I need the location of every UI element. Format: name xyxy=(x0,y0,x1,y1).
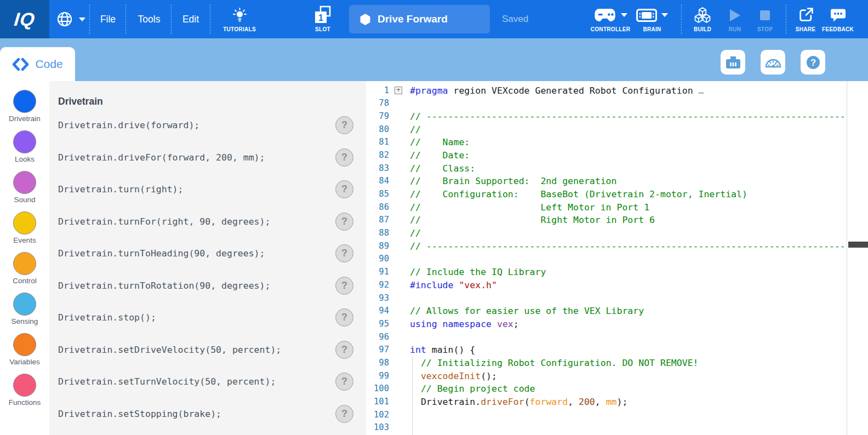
separator xyxy=(171,4,172,34)
editor-scrollbar[interactable] xyxy=(847,81,868,435)
feedback-label: FEEDBACK xyxy=(822,26,854,32)
separator xyxy=(786,4,786,34)
category-functions[interactable]: Functions xyxy=(0,374,49,414)
run-button[interactable]: RUN xyxy=(719,0,751,38)
slot-button[interactable]: 1 SLOT xyxy=(306,0,339,38)
command-help-button[interactable]: ? xyxy=(335,148,353,167)
category-sensing[interactable]: Sensing xyxy=(0,293,49,333)
brain-button[interactable]: BRAIN xyxy=(630,0,674,38)
tab-code[interactable]: Code xyxy=(0,47,75,81)
feedback-button[interactable]: FEEDBACK xyxy=(820,0,856,38)
hexagon-icon xyxy=(360,14,370,25)
command-help-button[interactable]: ? xyxy=(335,341,353,359)
command-row: Drivetrain.setTurnVelocity(50, percent);… xyxy=(58,373,353,391)
device-info-button[interactable] xyxy=(721,50,745,75)
command-help-button[interactable]: ? xyxy=(335,373,353,391)
scrollbar-thumb[interactable] xyxy=(848,242,868,248)
command-help-button[interactable]: ? xyxy=(335,180,353,198)
command-help-button[interactable]: ? xyxy=(335,405,353,423)
category-variables[interactable]: Variables xyxy=(0,333,49,374)
line-number: 91 xyxy=(366,266,389,279)
category-color-dot xyxy=(13,90,36,113)
command-snippet[interactable]: Drivetrain.turnFor(right, 90, degrees); xyxy=(58,216,270,227)
code-text: #pragma region VEXcode Generated Robot C… xyxy=(410,84,704,98)
share-label: SHARE xyxy=(796,26,816,32)
panel-title: Drivetrain xyxy=(58,96,103,107)
help-button[interactable]: ? xyxy=(801,50,825,75)
share-button[interactable]: SHARE xyxy=(789,0,822,38)
category-color-dot xyxy=(13,171,36,194)
chevron-down-icon xyxy=(79,18,85,21)
separator xyxy=(681,4,682,34)
category-looks[interactable]: Looks xyxy=(0,130,49,171)
code-text: // Configuration: BaseBot (Drivetrain 2-… xyxy=(410,188,747,201)
category-sound[interactable]: Sound xyxy=(0,171,49,211)
command-snippet[interactable]: Drivetrain.setDriveVelocity(50, percent)… xyxy=(58,345,281,355)
code-line: 87// Right Motor in Port 6 xyxy=(366,214,847,227)
lightbulb-icon xyxy=(232,8,247,23)
command-help-button[interactable]: ? xyxy=(335,308,353,327)
code-text: // Left Motor in Port 1 xyxy=(410,201,649,214)
code-editor[interactable]: 1+#pragma region VEXcode Generated Robot… xyxy=(366,81,847,435)
command-snippet[interactable]: Drivetrain.driveFor(forward, 200, mm); xyxy=(58,152,265,163)
line-number: 1 xyxy=(366,84,389,98)
category-label: Variables xyxy=(9,358,39,366)
controller-icon xyxy=(593,8,616,22)
code-text: Drivetrain.driveFor(forward, 200, mm); xyxy=(410,396,627,409)
code-line: 95using namespace vex; xyxy=(366,318,847,331)
build-button[interactable]: BUILD xyxy=(686,0,719,38)
code-line: 83// Class: xyxy=(366,162,847,175)
command-snippet[interactable]: Drivetrain.turn(right); xyxy=(58,184,183,194)
code-line: 93 xyxy=(366,292,847,305)
code-line: 91// Include the IQ Library xyxy=(366,266,847,279)
app-logo-text: IQ xyxy=(13,9,36,30)
code-text: // xyxy=(410,227,421,240)
menu-edit[interactable]: Edit xyxy=(169,0,213,38)
gauge-icon xyxy=(764,55,782,70)
code-line: 78 xyxy=(366,97,847,110)
svg-text:?: ? xyxy=(810,57,815,67)
code-line: 99 vexcodeInit(); xyxy=(366,370,847,383)
command-snippet[interactable]: Drivetrain.setTurnVelocity(50, percent); xyxy=(58,376,276,387)
category-control[interactable]: Control xyxy=(0,252,49,293)
category-sidebar: DrivetrainLooksSoundEventsControlSensing… xyxy=(0,81,49,435)
fold-toggle-icon[interactable]: + xyxy=(395,87,402,94)
category-events[interactable]: Events xyxy=(0,211,49,252)
command-help-button[interactable]: ? xyxy=(335,213,353,231)
line-number: 83 xyxy=(366,162,389,175)
line-number: 85 xyxy=(366,188,389,201)
category-color-dot xyxy=(13,211,36,234)
command-row: Drivetrain.turnToHeading(90, degrees);? xyxy=(58,244,353,262)
code-line: 97int main() { xyxy=(366,344,847,357)
project-name-button[interactable]: Drive Forward xyxy=(349,5,490,33)
app-logo: IQ xyxy=(0,0,49,38)
build-label: BUILD xyxy=(694,26,711,32)
menu-file[interactable]: File xyxy=(86,0,130,38)
dashboard-button[interactable] xyxy=(761,50,785,75)
command-help-button[interactable]: ? xyxy=(335,116,353,134)
category-drivetrain[interactable]: Drivetrain xyxy=(0,90,49,130)
code-line: 82// Date: xyxy=(366,149,847,162)
language-button[interactable] xyxy=(55,0,85,38)
stop-icon xyxy=(760,10,770,20)
command-help-button[interactable]: ? xyxy=(335,244,353,262)
controller-button[interactable]: CONTROLLER xyxy=(587,0,634,38)
line-number: 90 xyxy=(366,253,389,266)
category-label: Looks xyxy=(15,155,35,163)
line-number: 98 xyxy=(366,357,389,370)
tutorials-button[interactable]: TUTORIALS xyxy=(219,0,260,38)
command-snippet[interactable]: Drivetrain.stop(); xyxy=(58,312,156,323)
category-color-dot xyxy=(13,293,36,316)
command-row: Drivetrain.setStopping(brake);? xyxy=(58,405,353,423)
command-help-button[interactable]: ? xyxy=(335,277,353,295)
command-snippet[interactable]: Drivetrain.drive(forward); xyxy=(58,120,199,130)
category-color-dot xyxy=(13,130,36,153)
command-snippet[interactable]: Drivetrain.setStopping(brake); xyxy=(58,409,221,419)
command-snippet[interactable]: Drivetrain.turnToHeading(90, degrees); xyxy=(58,248,265,259)
command-row: Drivetrain.turnToRotation(90, degrees);? xyxy=(58,277,353,295)
line-number: 93 xyxy=(366,292,389,305)
command-snippet[interactable]: Drivetrain.turnToRotation(90, degrees); xyxy=(58,281,270,291)
stop-button[interactable]: STOP xyxy=(749,0,781,38)
run-label: RUN xyxy=(729,26,741,32)
menu-tools[interactable]: Tools xyxy=(127,0,171,38)
